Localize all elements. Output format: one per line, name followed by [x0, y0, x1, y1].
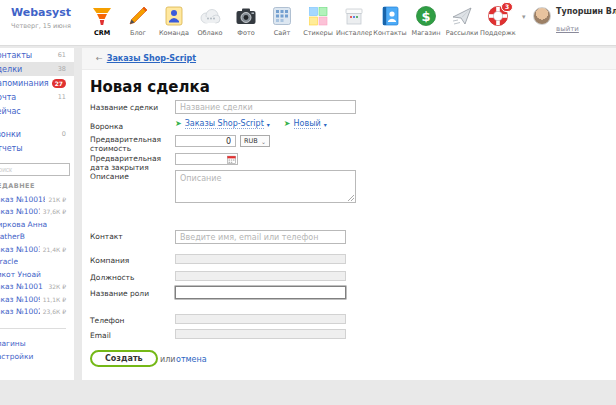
sidebar-item-label: Плагины — [0, 339, 26, 348]
stage-stage-icon: ➤ — [284, 120, 291, 128]
camera-icon — [234, 4, 258, 28]
sidebar-item-reports[interactable]: Отчеты — [0, 141, 74, 155]
sidebar-item-settings[interactable]: Настройки — [0, 350, 74, 363]
position-input — [175, 271, 346, 281]
app-contacts[interactable]: Контакты — [372, 4, 408, 37]
logout-link[interactable]: выйти — [556, 25, 579, 33]
recent-order-1002[interactable]: Заказ №1002 23,6К ₽ — [0, 306, 74, 319]
app-label: Команда — [156, 29, 192, 37]
back-to-funnel-link[interactable]: Заказы Shop-Script — [107, 54, 196, 63]
recent-label: Заказ №100952 — [0, 295, 40, 304]
recent-label: Заказ №10017 — [0, 207, 40, 216]
sidebar-item-contacts[interactable]: Контакты 61 — [0, 48, 74, 62]
app-crm[interactable]: CRM — [84, 4, 120, 37]
create-button[interactable]: Создать — [90, 350, 158, 367]
app-support[interactable]: 3 Поддержка — [480, 4, 516, 37]
app-label: Поддержка — [480, 29, 516, 37]
funnel-stage-icon: ➤ — [175, 120, 182, 128]
more-apps-chevron-icon[interactable]: ▾ — [522, 13, 526, 21]
reminders-badge: 27 — [52, 79, 66, 88]
logo-block: Webasyst Четверг, 15 июня — [4, 6, 78, 30]
recent-label: Заказ №1001 — [0, 282, 43, 291]
description-label: Описание — [90, 172, 174, 181]
chevron-down-icon[interactable]: ▾ — [267, 121, 270, 128]
recent-amount: 11,1К ₽ — [40, 296, 66, 303]
recent-amount: 23,6К ₽ — [40, 308, 66, 315]
cancel-link[interactable]: отмена — [176, 355, 207, 364]
app-team[interactable]: Команда — [156, 4, 192, 37]
recent-contact-pikot[interactable]: Пикот Уноай — [0, 268, 74, 281]
app-cloud[interactable]: Облако — [192, 4, 228, 37]
amount-label: Предварительная стоимость — [90, 135, 174, 153]
funnel-selectors: ➤ Заказы Shop-Script ▾ ➤ Новый ▾ — [175, 119, 341, 129]
funnel-select-link[interactable]: Заказы Shop-Script — [185, 119, 264, 129]
svg-text:$: $ — [421, 9, 430, 24]
pencil-icon — [126, 4, 150, 28]
support-badge: 3 — [501, 2, 513, 12]
main-panel: ← Заказы Shop-Script Новая сделка Назван… — [82, 48, 616, 380]
recent-contact-leatherb[interactable]: LeatherB — [0, 231, 74, 244]
app-site[interactable]: Сайт — [264, 4, 300, 37]
sidebar-item-count: 11 — [58, 93, 66, 101]
sidebar-item-reminders[interactable]: Напоминания 27 — [0, 76, 74, 90]
app-mailer[interactable]: Рассылки — [444, 4, 480, 37]
sidebar: Контакты 61 Сделки 38 Напоминания 27 Поч… — [0, 48, 74, 380]
sidebar-item-mail[interactable]: Почта 11 — [0, 90, 74, 104]
recent-order-1001[interactable]: Заказ №1001 32К ₽ — [0, 281, 74, 294]
recent-amount: 21,4К ₽ — [40, 246, 66, 253]
recent-header: НЕДАВНЕЕ — [0, 182, 74, 190]
funnel-label: Воронка — [90, 122, 174, 131]
sidebar-item-now[interactable]: Сейчас — [0, 104, 74, 118]
app-label: Магазин — [408, 29, 444, 37]
user-avatar[interactable] — [533, 7, 551, 25]
sidebar-item-label: Отчеты — [0, 144, 23, 153]
recent-order-1003[interactable]: Заказ №1003 21,4К ₽ — [0, 243, 74, 256]
deal-name-input[interactable] — [175, 100, 356, 114]
contact-input[interactable] — [175, 230, 346, 244]
amount-input[interactable] — [175, 135, 236, 147]
breadcrumb: ← Заказы Shop-Script — [82, 48, 616, 70]
description-textarea[interactable] — [175, 170, 356, 203]
recent-amount: 32К ₽ — [45, 283, 66, 290]
sidebar-item-plugins[interactable]: Плагины — [0, 337, 74, 350]
app-stickies[interactable]: Стикеры — [300, 4, 336, 37]
app-shop[interactable]: $ Магазин — [408, 4, 444, 37]
calendar-icon[interactable] — [227, 155, 236, 164]
recent-order-10018[interactable]: Заказ №10018 21К ₽ — [0, 193, 74, 206]
recent-amount: 21К ₽ — [45, 196, 66, 203]
page-title: Новая сделка — [90, 78, 210, 96]
app-label: Фото — [228, 29, 264, 37]
currency-select[interactable]: RUB ⌄ — [240, 135, 270, 147]
app-label: Инсталлер — [336, 29, 372, 37]
sidebar-item-deals[interactable]: Сделки 38 — [0, 62, 74, 76]
phone-input — [175, 314, 346, 324]
resize-handle[interactable] — [348, 195, 354, 201]
email-label: Email — [90, 331, 174, 340]
sticky-notes-icon — [306, 4, 330, 28]
app-blog[interactable]: Блог — [120, 4, 156, 37]
app-switcher: CRM Блог Команда — [84, 4, 516, 37]
recent-order-10017[interactable]: Заказ №10017 37,6К ₽ — [0, 206, 74, 219]
chevron-down-icon[interactable]: ▾ — [324, 121, 327, 128]
sidebar-item-calls[interactable]: Звонки 0 — [0, 127, 74, 141]
recent-contact-miracle[interactable]: Miracle — [0, 256, 74, 269]
select-caret-icon: ⌄ — [261, 138, 266, 145]
close-date-label: Предварительная дата закрытия — [90, 154, 174, 172]
app-installer[interactable]: Инсталлер — [336, 4, 372, 37]
installer-box-icon — [342, 4, 366, 28]
sidebar-item-count: 38 — [58, 65, 66, 73]
recent-label: Заказ №10018 — [0, 195, 45, 204]
sidebar-item-label: Контакты — [0, 51, 32, 60]
recent-contact-mirkova[interactable]: Миркова Анна — [0, 218, 74, 231]
sidebar-search-input[interactable] — [0, 163, 70, 176]
sidebar-item-label: Почта — [0, 93, 16, 102]
shop-dollar-icon: $ — [414, 4, 438, 28]
role-input[interactable] — [175, 286, 346, 299]
recent-order-100952[interactable]: Заказ №100952 11,1К ₽ — [0, 293, 74, 306]
app-photos[interactable]: Фото — [228, 4, 264, 37]
webasyst-logo[interactable]: Webasyst — [4, 6, 78, 19]
recent-label: Miracle — [0, 257, 18, 266]
topbar: Webasyst Четверг, 15 июня CRM Блог — [0, 0, 616, 46]
stage-select-link[interactable]: Новый — [294, 119, 321, 129]
app-label: Рассылки — [444, 29, 480, 37]
